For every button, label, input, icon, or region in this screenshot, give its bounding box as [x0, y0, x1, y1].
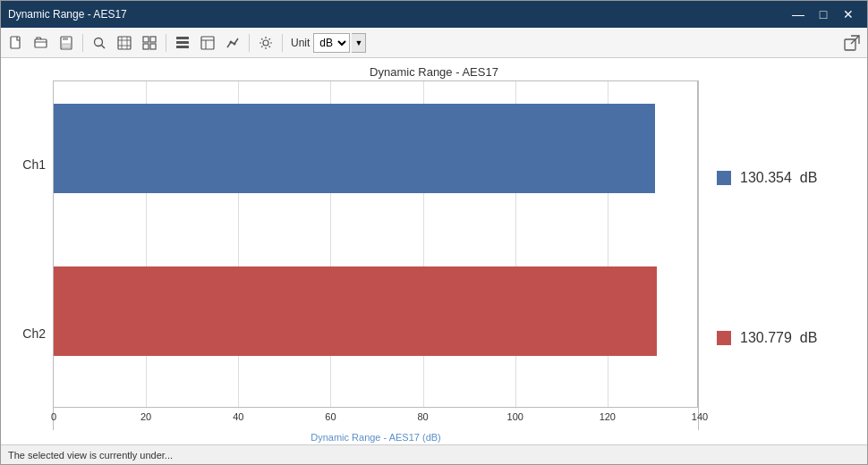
- svg-rect-1: [35, 39, 47, 47]
- toolbar-collapse-button[interactable]: [138, 31, 161, 55]
- x-tick: 60: [325, 411, 336, 422]
- collapse-icon: [142, 36, 157, 50]
- legend-swatch-ch2: [717, 331, 731, 345]
- x-tick: 140: [692, 411, 708, 422]
- window-title: Dynamic Range - AES17: [8, 8, 127, 21]
- save-icon: [59, 36, 73, 50]
- toolbar-zoom-button[interactable]: [88, 31, 111, 55]
- x-tick: 120: [600, 411, 616, 422]
- toolbar-stats-button[interactable]: [221, 31, 244, 55]
- new-icon: [9, 36, 23, 50]
- svg-rect-16: [176, 37, 189, 39]
- svg-point-22: [230, 40, 233, 43]
- chart-bars: [53, 80, 699, 407]
- x-axis: 020406080100120140: [53, 407, 699, 430]
- chart-container: Dynamic Range - AES17 2019/11/30 12:23:3…: [1, 58, 867, 444]
- x-tick: 100: [507, 411, 523, 422]
- toolbar: Unit dB ▼: [1, 28, 867, 58]
- unit-label: Unit: [291, 37, 310, 49]
- svg-point-5: [95, 38, 103, 46]
- svg-rect-3: [63, 37, 68, 40]
- svg-rect-0: [11, 37, 20, 48]
- settings-icon: [259, 36, 273, 50]
- x-tick: 0: [51, 411, 56, 422]
- unit-select[interactable]: dB: [313, 33, 350, 53]
- x-tick: 20: [140, 411, 151, 422]
- status-bar: The selected view is currently under...: [1, 444, 867, 464]
- toolbar-expand-button[interactable]: [113, 31, 136, 55]
- x-tick: 80: [417, 411, 428, 422]
- external-link-icon: [844, 35, 860, 51]
- title-bar-controls: — □ ✕: [787, 5, 860, 23]
- open-icon: [34, 36, 48, 50]
- expand-icon: [117, 36, 132, 50]
- separator-2: [166, 34, 166, 52]
- table-icon: [200, 36, 215, 50]
- external-link-button[interactable]: [840, 31, 864, 55]
- bar-row: [54, 266, 657, 356]
- x-axis-title: Dynamic Range - AES17 (dB): [53, 430, 699, 444]
- legend-ch2: 130.779 dB: [717, 330, 851, 346]
- stats-icon: [226, 36, 240, 50]
- right-border: [697, 81, 698, 407]
- svg-rect-19: [201, 37, 214, 49]
- svg-point-23: [234, 42, 236, 45]
- svg-rect-12: [143, 37, 149, 42]
- separator-3: [249, 34, 250, 52]
- svg-rect-4: [62, 44, 71, 48]
- chart-plot-area: 020406080100120140 Dynamic Range - AES17…: [53, 80, 699, 444]
- status-text: The selected view is currently under...: [8, 450, 173, 461]
- toolbar-new-button[interactable]: [4, 31, 28, 55]
- maximize-button[interactable]: □: [812, 5, 835, 23]
- svg-rect-14: [143, 44, 149, 49]
- y-labels: Ch1 Ch2: [8, 80, 53, 444]
- legend-value-ch1: 130.354 dB: [740, 170, 817, 186]
- svg-rect-18: [176, 46, 189, 48]
- svg-rect-15: [150, 44, 156, 49]
- title-bar: Dynamic Range - AES17 — □ ✕: [1, 1, 867, 28]
- svg-point-24: [263, 40, 268, 46]
- x-tick: 40: [233, 411, 243, 422]
- toolbar-grid-button[interactable]: [171, 31, 194, 55]
- bar-row: [54, 104, 655, 193]
- svg-line-6: [102, 45, 106, 48]
- separator-4: [282, 34, 283, 52]
- separator-1: [82, 34, 83, 52]
- svg-rect-13: [150, 37, 156, 42]
- chart-legend: 130.354 dB 130.779 dB: [699, 80, 860, 444]
- toolbar-table-button[interactable]: [196, 31, 219, 55]
- toolbar-settings-button[interactable]: [254, 31, 277, 55]
- svg-rect-7: [118, 37, 131, 49]
- legend-swatch-ch1: [717, 171, 731, 185]
- toolbar-open-button[interactable]: [30, 31, 53, 55]
- zoom-icon: [92, 36, 106, 50]
- y-label-ch1: Ch1: [8, 157, 53, 172]
- y-label-ch2: Ch2: [8, 326, 53, 341]
- minimize-button[interactable]: —: [787, 5, 810, 23]
- svg-rect-17: [176, 41, 189, 44]
- chart-main: Ch1 Ch2 020406080100120140 Dynamic Range…: [8, 80, 860, 444]
- legend-value-ch2: 130.779 dB: [740, 330, 817, 346]
- unit-dropdown-arrow[interactable]: ▼: [352, 33, 366, 53]
- toolbar-save-button[interactable]: [55, 31, 78, 55]
- chart-title: Dynamic Range - AES17: [370, 65, 498, 79]
- close-button[interactable]: ✕: [837, 5, 860, 23]
- main-window: Dynamic Range - AES17 — □ ✕: [0, 0, 868, 465]
- legend-ch1: 130.354 dB: [717, 170, 851, 186]
- grid-icon: [175, 36, 190, 50]
